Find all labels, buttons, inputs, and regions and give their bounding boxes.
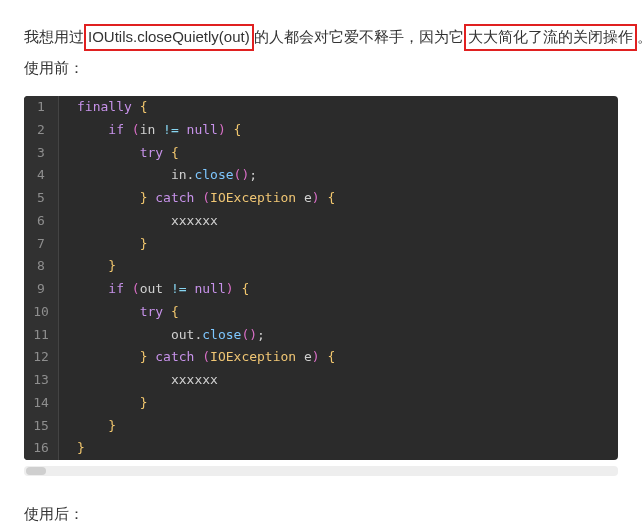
line-number: 2 bbox=[24, 119, 59, 142]
code-line: } bbox=[59, 437, 619, 460]
line-number: 7 bbox=[24, 233, 59, 256]
intro-text-2: 的人都会对它爱不释手，因为它 bbox=[254, 28, 464, 45]
line-number: 14 bbox=[24, 392, 59, 415]
line-number: 11 bbox=[24, 324, 59, 347]
code-line: if (out != null) { bbox=[59, 278, 619, 301]
intro-paragraph: 我想用过IOUtils.closeQuietly(out)的人都会对它爱不释手，… bbox=[24, 23, 618, 52]
line-number: 4 bbox=[24, 164, 59, 187]
code-line: } bbox=[59, 233, 619, 256]
code-line: try { bbox=[59, 142, 619, 165]
code-line: xxxxxx bbox=[59, 210, 619, 233]
line-number: 1 bbox=[24, 96, 59, 119]
code-line: } bbox=[59, 255, 619, 278]
intro-text-3: 。 bbox=[637, 28, 642, 45]
watermark-text: CSDN @yujkss bbox=[509, 523, 612, 527]
line-number: 13 bbox=[24, 369, 59, 392]
line-number: 10 bbox=[24, 301, 59, 324]
line-number: 6 bbox=[24, 210, 59, 233]
code-line: xxxxxx bbox=[59, 369, 619, 392]
line-number: 8 bbox=[24, 255, 59, 278]
highlight-benefit: 大大简化了流的关闭操作 bbox=[464, 24, 637, 51]
code-line: finally { bbox=[59, 96, 619, 119]
code-block-before: 1finally {2 if (in != null) {3 try {4 in… bbox=[24, 96, 618, 460]
code-scrollbar[interactable] bbox=[24, 466, 618, 476]
code-line: if (in != null) { bbox=[59, 119, 619, 142]
line-number: 3 bbox=[24, 142, 59, 165]
line-number: 12 bbox=[24, 346, 59, 369]
code-line: } bbox=[59, 415, 619, 438]
highlight-api-call: IOUtils.closeQuietly(out) bbox=[84, 24, 254, 51]
code-line: try { bbox=[59, 301, 619, 324]
code-line: in.close(); bbox=[59, 164, 619, 187]
line-number: 16 bbox=[24, 437, 59, 460]
code-line: } catch (IOException e) { bbox=[59, 187, 619, 210]
intro-text-1: 我想用过 bbox=[24, 28, 84, 45]
label-before: 使用前： bbox=[24, 54, 618, 83]
line-number: 9 bbox=[24, 278, 59, 301]
code-line: out.close(); bbox=[59, 324, 619, 347]
line-number: 15 bbox=[24, 415, 59, 438]
line-number: 5 bbox=[24, 187, 59, 210]
code-line: } catch (IOException e) { bbox=[59, 346, 619, 369]
code-line: } bbox=[59, 392, 619, 415]
